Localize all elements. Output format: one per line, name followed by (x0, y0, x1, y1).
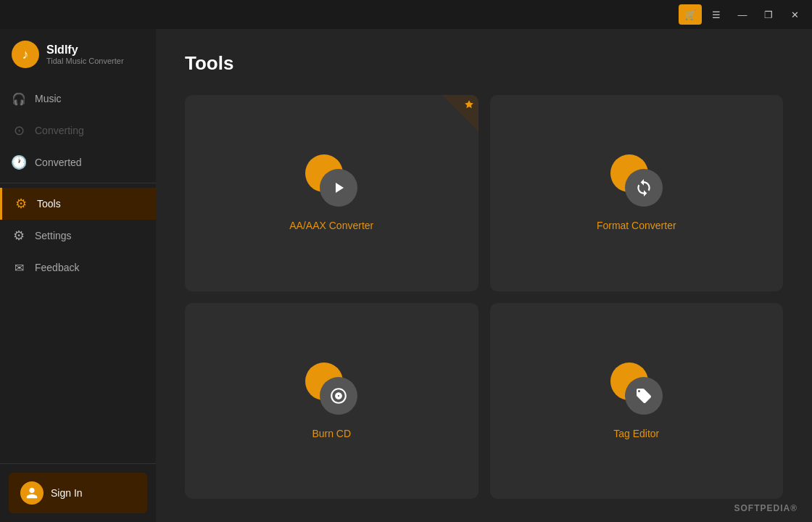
nav-divider (0, 183, 156, 183)
converting-icon: ⊙ (12, 123, 26, 138)
feedback-icon: ✉ (12, 260, 26, 275)
sidebar-item-settings-label: Settings (35, 230, 72, 241)
sidebar-item-feedback-label: Feedback (35, 262, 79, 273)
sidebar-item-tools-label: Tools (37, 198, 61, 210)
maximize-button[interactable]: ❐ (757, 4, 780, 25)
tool-label-tag-editor: Tag Editor (613, 428, 659, 439)
app-body: ♪ SIdIfy Tidal Music Converter 🎧 Music ⊙… (0, 29, 812, 522)
tool-card-aa-aax[interactable]: AA/AAX Converter (185, 95, 478, 291)
sidebar-item-converting: ⊙ Converting (0, 115, 156, 146)
sign-in-label: Sign In (51, 487, 83, 499)
tool-label-aa-aax: AA/AAX Converter (289, 220, 373, 231)
tool-icon-container-burn (305, 362, 357, 415)
nav-items: 🎧 Music ⊙ Converting 🕐 Converted ⚙ Tools… (0, 83, 156, 463)
sidebar-item-converted-label: Converted (35, 157, 82, 168)
sidebar-item-tools[interactable]: ⚙ Tools (0, 188, 156, 220)
minimize-button[interactable]: — (731, 4, 754, 25)
sidebar-item-converting-label: Converting (35, 125, 84, 136)
sidebar-item-feedback[interactable]: ✉ Feedback (0, 252, 156, 283)
cart-button[interactable]: 🛒 (679, 4, 702, 25)
logo-section: ♪ SIdIfy Tidal Music Converter (0, 29, 156, 83)
tool-icon-container-format (610, 154, 663, 207)
tool-label-format: Format Converter (597, 220, 676, 231)
app-subtitle: Tidal Music Converter (46, 57, 124, 65)
sign-in-avatar (20, 481, 44, 505)
app-name: SIdIfy (46, 44, 124, 57)
sidebar-item-settings[interactable]: ⚙ Settings (0, 220, 156, 252)
tool-card-burn-cd[interactable]: Burn CD (185, 303, 478, 500)
tool-icon-container (305, 154, 357, 207)
tool-badge (442, 95, 478, 131)
settings-icon: ⚙ (12, 228, 26, 243)
tool-label-burn-cd: Burn CD (312, 428, 351, 439)
tool-icon-front-tag (625, 377, 663, 415)
sidebar-item-music[interactable]: 🎧 Music (0, 83, 156, 115)
tool-card-tag-editor[interactable]: Tag Editor (490, 303, 784, 500)
tool-icon-container-tag (610, 362, 663, 415)
page-title: Tools (185, 52, 783, 75)
converted-icon: 🕐 (12, 155, 26, 170)
tool-icon-front-format (625, 169, 663, 207)
tools-icon: ⚙ (14, 196, 28, 211)
watermark-symbol: ® (790, 503, 798, 513)
titlebar-controls: 🛒 ☰ — ❐ ✕ (679, 4, 806, 25)
music-icon: 🎧 (12, 91, 26, 106)
tool-card-format[interactable]: Format Converter (490, 95, 784, 291)
sign-in-button[interactable]: Sign In (9, 473, 147, 513)
sidebar-item-music-label: Music (35, 93, 62, 104)
sign-in-section: Sign In (0, 463, 156, 522)
main-content: Tools (156, 29, 812, 522)
tools-grid: AA/AAX Converter Format Converter (185, 95, 783, 499)
watermark: SOFTPEDIA® (734, 503, 798, 513)
tool-icon-front (320, 169, 357, 207)
logo-text: SIdIfy Tidal Music Converter (46, 44, 124, 65)
sidebar: ♪ SIdIfy Tidal Music Converter 🎧 Music ⊙… (0, 29, 156, 522)
titlebar: 🛒 ☰ — ❐ ✕ (0, 0, 812, 29)
tool-icon-front-burn (320, 377, 357, 415)
logo-icon: ♪ (12, 41, 39, 68)
menu-button[interactable]: ☰ (705, 4, 728, 25)
close-button[interactable]: ✕ (783, 4, 806, 25)
watermark-text: SOFTPEDIA (734, 503, 790, 513)
sidebar-item-converted[interactable]: 🕐 Converted (0, 146, 156, 178)
badge-icon (464, 99, 474, 112)
